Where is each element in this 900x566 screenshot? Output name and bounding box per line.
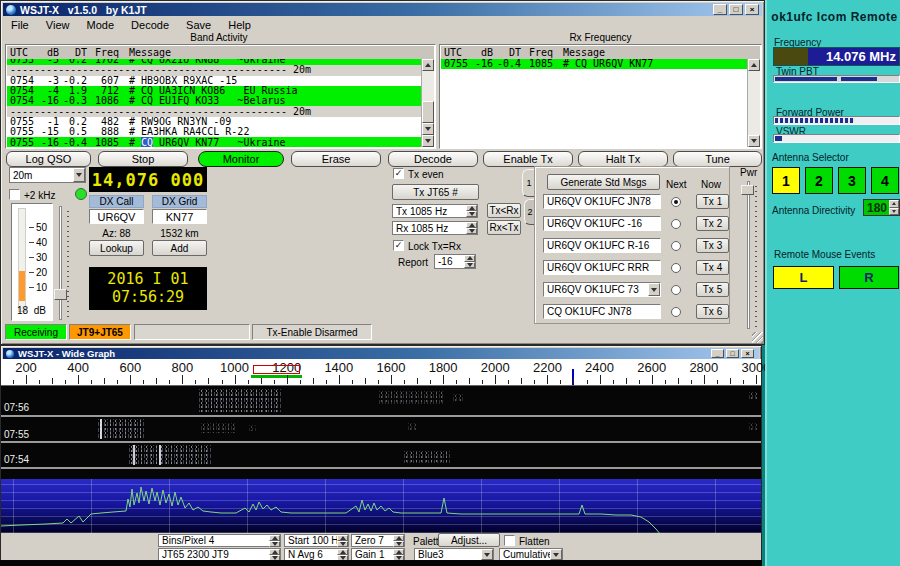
tx6-next-radio[interactable] xyxy=(671,307,681,317)
zero-spinner[interactable]: Zero 7 xyxy=(351,534,405,547)
spinner-up-icon[interactable] xyxy=(889,200,899,208)
decode-row-selected[interactable]: 0755-16-0.41085# CQ UR6QV KN77 ~Ukraine xyxy=(7,137,421,147)
tx2-next-radio[interactable] xyxy=(671,219,681,229)
tx1-next-radio[interactable] xyxy=(671,197,681,207)
menu-save[interactable]: Save xyxy=(179,18,218,32)
scroll-up-icon[interactable] xyxy=(751,63,757,67)
mouse-left-button[interactable]: L xyxy=(773,266,834,289)
decode-button[interactable]: Decode xyxy=(388,151,478,167)
spinner-down-icon[interactable] xyxy=(393,541,404,547)
scroll-down-icon[interactable] xyxy=(751,139,757,143)
rx-from-tx-button[interactable]: Rx<Tx xyxy=(487,220,521,235)
waterfall[interactable]: 07:56 07:55 07:54 xyxy=(1,386,761,479)
pwr-slider-track[interactable] xyxy=(747,181,750,329)
rx-frequency-scrollbar[interactable] xyxy=(747,59,760,147)
menu-mode[interactable]: Mode xyxy=(80,18,122,32)
minimize-icon[interactable]: _ xyxy=(711,349,724,358)
tx3-now-button[interactable]: Tx 3 xyxy=(696,238,729,253)
tx3-next-radio[interactable] xyxy=(671,241,681,251)
spinner-down-icon[interactable] xyxy=(464,262,475,269)
tx5-next-radio[interactable] xyxy=(671,285,681,295)
twin-pbt-slider[interactable] xyxy=(773,75,900,83)
menu-help[interactable]: Help xyxy=(221,18,258,32)
maximize-icon[interactable]: □ xyxy=(729,4,743,15)
spectrum-plot[interactable] xyxy=(1,479,761,533)
close-icon[interactable]: × xyxy=(741,349,754,358)
scrollbar-thumb[interactable] xyxy=(422,101,434,123)
band-select[interactable]: 20m xyxy=(9,167,86,183)
chevron-down-icon[interactable] xyxy=(550,549,562,560)
antenna-4-button[interactable]: 4 xyxy=(871,167,899,194)
band-activity-scrollbar[interactable] xyxy=(421,59,434,147)
tx4-next-radio[interactable] xyxy=(671,263,681,273)
start-freq-spinner[interactable]: Start 100 Hz xyxy=(284,534,349,547)
tx-from-rx-button[interactable]: Tx<Rx xyxy=(487,203,521,218)
minimize-icon[interactable]: _ xyxy=(713,4,727,15)
tx5-message-combo[interactable]: UR6QV OK1UFC 73 xyxy=(543,282,661,297)
close-icon[interactable]: × xyxy=(745,4,759,15)
rx-freq-spinner[interactable]: Rx 1085 Hz xyxy=(392,221,478,235)
menu-file[interactable]: File xyxy=(4,18,36,32)
dx-call-field[interactable]: UR6QV xyxy=(89,209,144,224)
log-qso-button[interactable]: Log QSO xyxy=(6,151,91,167)
frequency-ruler[interactable]: 200 400 600 800 1000 1200 1400 1600 1800… xyxy=(1,359,761,386)
tx1-message-field[interactable]: UR6QV OK1UFC JN78 xyxy=(543,194,661,209)
monitor-button[interactable]: Monitor xyxy=(198,151,284,167)
menu-view[interactable]: View xyxy=(39,18,77,32)
decode-row[interactable]: 0754-16-0.31086# CQ EU1FQ KO33 ~Belarus xyxy=(7,96,421,106)
antenna-3-button[interactable]: 3 xyxy=(838,167,866,194)
plus-2khz-checkbox[interactable] xyxy=(9,189,20,200)
maximize-icon[interactable]: □ xyxy=(726,349,739,358)
gain-slider-thumb[interactable] xyxy=(54,289,67,300)
col-dt: DT xyxy=(59,47,87,58)
lock-tx-rx-checkbox[interactable] xyxy=(393,240,404,251)
chevron-down-icon[interactable] xyxy=(481,549,493,560)
menu-decode[interactable]: Decode xyxy=(124,18,176,32)
pwr-slider-thumb[interactable] xyxy=(741,185,754,195)
spinner-down-icon[interactable] xyxy=(889,208,899,216)
tx4-now-button[interactable]: Tx 4 xyxy=(696,260,729,275)
spinner-down-icon[interactable] xyxy=(466,211,477,217)
antenna-2-button[interactable]: 2 xyxy=(805,167,833,194)
adjust-button[interactable]: Adjust... xyxy=(438,533,500,547)
flatten-checkbox[interactable] xyxy=(504,535,515,546)
tx2-now-button[interactable]: Tx 2 xyxy=(696,216,729,231)
antenna-1-button[interactable]: 1 xyxy=(772,167,800,194)
tx5-now-button[interactable]: Tx 5 xyxy=(696,282,729,297)
tune-button[interactable]: Tune xyxy=(673,151,762,167)
add-button[interactable]: Add xyxy=(152,240,207,256)
tx-even-checkbox[interactable] xyxy=(393,168,404,179)
spinner-down-icon[interactable] xyxy=(337,541,348,547)
scroll-down-icon[interactable] xyxy=(425,127,431,131)
spinner-down-icon[interactable] xyxy=(466,228,477,234)
scroll-down-icon[interactable] xyxy=(425,139,431,143)
tx-mode-button[interactable]: Tx JT65 # xyxy=(392,184,479,200)
enable-tx-button[interactable]: Enable Tx xyxy=(483,151,573,167)
tx3-message-field[interactable]: UR6QV OK1UFC R-16 xyxy=(543,238,661,253)
scroll-up-icon[interactable] xyxy=(425,63,431,67)
tx1-now-button[interactable]: Tx 1 xyxy=(696,194,729,209)
spinner-down-icon[interactable] xyxy=(269,541,280,547)
resize-grip[interactable] xyxy=(752,332,763,343)
gain-slider-track[interactable] xyxy=(59,206,62,320)
stop-button[interactable]: Stop xyxy=(98,151,188,167)
dx-grid-field[interactable]: KN77 xyxy=(152,209,207,224)
tx6-message-field[interactable]: CQ OK1UFC JN78 xyxy=(543,304,661,319)
tx-freq-spinner[interactable]: Tx 1085 Hz xyxy=(392,204,478,218)
tx4-message-field[interactable]: UR6QV OK1UFC RRR xyxy=(543,260,661,275)
chevron-down-icon[interactable] xyxy=(648,283,660,296)
decode-row[interactable]: 0755-16-0.41085# CQ UR6QV KN77 xyxy=(441,59,747,69)
lookup-button[interactable]: Lookup xyxy=(89,240,144,256)
report-spinner[interactable]: -16 xyxy=(434,254,476,269)
erase-button[interactable]: Erase xyxy=(291,151,381,167)
tx2-message-field[interactable]: UR6QV OK1UFC -16 xyxy=(543,216,661,231)
wide-graph-titlebar[interactable]: WSJT-X - Wide Graph _ □ × xyxy=(3,348,759,359)
tx6-now-button[interactable]: Tx 6 xyxy=(696,304,729,319)
generate-std-msgs-button[interactable]: Generate Std Msgs xyxy=(547,174,660,190)
mouse-right-button[interactable]: R xyxy=(839,266,899,289)
directivity-spinner[interactable]: 180 xyxy=(863,199,900,216)
main-titlebar[interactable]: WSJT-X v1.5.0 by K1JT _ □ × xyxy=(3,3,762,16)
bins-per-pixel-spinner[interactable]: Bins/Pixel 4 xyxy=(158,534,281,547)
chevron-down-icon[interactable] xyxy=(73,168,85,182)
halt-tx-button[interactable]: Halt Tx xyxy=(578,151,668,167)
